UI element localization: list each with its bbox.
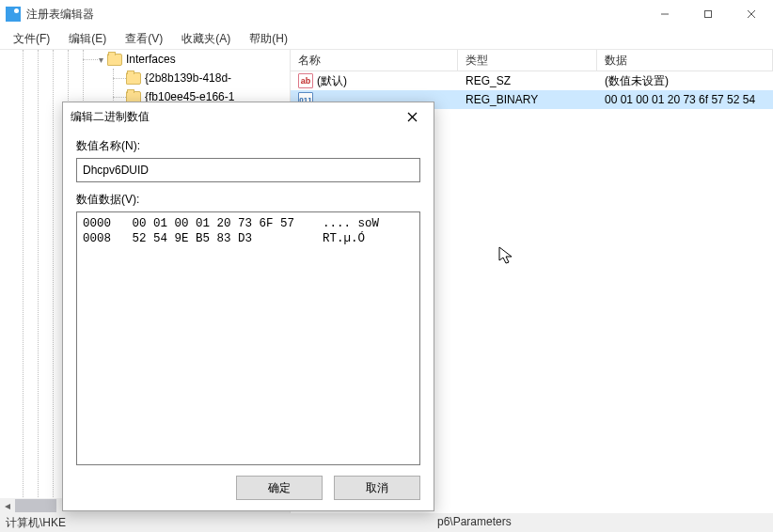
column-header-type[interactable]: 类型: [458, 50, 597, 70]
value-name: (默认): [317, 73, 347, 89]
edit-binary-dialog: 编辑二进制数值 数值名称(N): 数值数据(V): 0000 00 01 00 …: [62, 102, 434, 511]
value-data-label: 数值数据(V):: [76, 192, 420, 208]
value-data: 00 01 00 01 20 73 6f 57 52 54: [597, 93, 773, 106]
svg-rect-1: [705, 11, 712, 18]
window-title: 注册表编辑器: [26, 7, 643, 23]
menu-edit[interactable]: 编辑(E): [61, 29, 114, 49]
folder-icon: [107, 54, 122, 66]
chevron-down-icon[interactable]: ▾: [94, 55, 107, 65]
app-icon: [6, 7, 21, 22]
value-type: REG_BINARY: [458, 93, 597, 106]
scroll-left-arrow-icon[interactable]: ◂: [0, 498, 15, 513]
menubar: 文件(F) 编辑(E) 查看(V) 收藏夹(A) 帮助(H): [0, 28, 773, 49]
dialog-close-button[interactable]: [394, 105, 430, 128]
folder-icon: [126, 72, 141, 85]
value-name-label: 数值名称(N):: [76, 138, 420, 154]
minimize-button[interactable]: [643, 0, 686, 28]
tree-node-interfaces[interactable]: ▾ Interfaces: [0, 50, 290, 69]
tree-label: Interfaces: [126, 53, 176, 66]
statusbar: 计算机\HKE p6\Parameters: [0, 513, 773, 532]
value-name-input[interactable]: [76, 158, 420, 182]
menu-file[interactable]: 文件(F): [6, 29, 57, 49]
list-item[interactable]: ab (默认) REG_SZ (数值未设置): [291, 71, 773, 90]
close-icon: [407, 112, 418, 122]
titlebar: 注册表编辑器: [0, 0, 773, 28]
menu-view[interactable]: 查看(V): [118, 29, 170, 49]
dialog-body: 数值名称(N): 数值数据(V): 0000 00 01 00 01 20 73…: [63, 131, 434, 465]
value-type: REG_SZ: [458, 74, 597, 87]
column-header-name[interactable]: 名称: [291, 50, 458, 70]
cancel-button[interactable]: 取消: [334, 476, 420, 500]
dialog-titlebar[interactable]: 编辑二进制数值: [63, 102, 434, 131]
status-path-right: p6\Parameters: [437, 515, 512, 528]
dialog-buttons: 确定 取消: [63, 465, 434, 510]
hex-editor[interactable]: 0000 00 01 00 01 20 73 6F 57 .... soW 00…: [76, 211, 420, 465]
column-header-data[interactable]: 数据: [597, 50, 773, 70]
scrollbar-thumb[interactable]: [15, 499, 56, 512]
maximize-button[interactable]: [686, 0, 730, 28]
close-button[interactable]: [730, 0, 773, 28]
menu-favorites[interactable]: 收藏夹(A): [174, 29, 238, 49]
value-data: (数值未设置): [597, 73, 773, 89]
status-path-left: 计算机\HKE: [6, 516, 66, 529]
ok-button[interactable]: 确定: [236, 476, 323, 500]
window-controls: [643, 0, 773, 28]
tree-node-guid1[interactable]: {2b8b139b-418d-: [0, 69, 290, 87]
list-header: 名称 类型 数据: [291, 50, 773, 71]
string-value-icon: ab: [298, 73, 313, 88]
menu-help[interactable]: 帮助(H): [242, 29, 295, 49]
dialog-title: 编辑二进制数值: [71, 109, 394, 125]
tree-label: {2b8b139b-418d-: [145, 71, 231, 85]
